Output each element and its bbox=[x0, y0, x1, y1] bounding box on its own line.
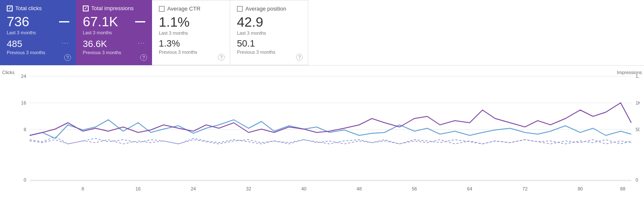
total-clicks-line bbox=[59, 21, 69, 22]
svg-text:16: 16 bbox=[21, 100, 26, 105]
avg-position-period: Last 3 months bbox=[237, 30, 301, 36]
svg-text:1K: 1K bbox=[636, 100, 640, 105]
avg-position-help-icon[interactable]: ? bbox=[296, 54, 303, 61]
total-impressions-period: Last 3 months bbox=[83, 30, 145, 35]
impressions-previous-line bbox=[30, 140, 631, 144]
total-clicks-checkbox[interactable]: ✓ bbox=[7, 6, 13, 11]
avg-position-label: Average position bbox=[245, 6, 286, 12]
avg-ctr-value-row: 1.1% bbox=[159, 14, 223, 30]
total-clicks-prev-period: Previous 3 months bbox=[7, 50, 69, 55]
avg-position-value: 42.9 bbox=[237, 14, 263, 30]
avg-ctr-header: Average CTR bbox=[159, 6, 223, 12]
chart-svg: 24 16 8 0 1.5K 1K 500 0 8 16 24 32 40 48… bbox=[17, 70, 640, 201]
avg-ctr-value: 1.1% bbox=[159, 14, 190, 30]
svg-text:80: 80 bbox=[578, 186, 583, 191]
total-impressions-checkbox[interactable]: ✓ bbox=[83, 6, 89, 11]
avg-ctr-help-icon[interactable]: ? bbox=[218, 54, 225, 61]
chart-y-label-left: Clicks bbox=[2, 70, 14, 75]
total-clicks-dots: ··· bbox=[62, 39, 69, 46]
avg-ctr-checkbox[interactable] bbox=[159, 6, 165, 12]
total-impressions-prev-period: Previous 3 months bbox=[83, 50, 145, 55]
avg-position-prev-value: 50.1 bbox=[237, 38, 301, 49]
total-clicks-header: ✓ Total clicks bbox=[7, 5, 69, 11]
svg-text:1.5K: 1.5K bbox=[636, 74, 640, 79]
chart-area: Clicks Impressions 24 16 8 0 1.5K 1K 500… bbox=[0, 66, 644, 215]
total-clicks-prev-value: 485 bbox=[7, 39, 22, 50]
svg-text:24: 24 bbox=[21, 74, 26, 79]
svg-text:48: 48 bbox=[356, 186, 361, 191]
total-impressions-value-row: 67.1K bbox=[83, 14, 145, 30]
total-impressions-value: 67.1K bbox=[83, 14, 118, 30]
total-impressions-prev-value: 36.6K bbox=[83, 39, 107, 50]
svg-text:0: 0 bbox=[24, 177, 26, 182]
total-clicks-prev-row: 485 ··· bbox=[7, 36, 69, 50]
total-impressions-prev-row: 36.6K ··· bbox=[83, 36, 145, 50]
total-impressions-line bbox=[135, 21, 145, 22]
avg-position-value-row: 42.9 bbox=[237, 14, 301, 30]
total-clicks-period: Last 3 months bbox=[7, 30, 69, 35]
total-impressions-card: ✓ Total impressions 67.1K Last 3 months … bbox=[76, 0, 152, 65]
avg-ctr-label: Average CTR bbox=[167, 6, 201, 12]
total-clicks-value: 736 bbox=[7, 14, 29, 30]
svg-text:500: 500 bbox=[636, 127, 640, 132]
total-clicks-value-row: 736 bbox=[7, 14, 69, 30]
svg-text:16: 16 bbox=[136, 186, 141, 191]
total-clicks-help-icon[interactable]: ? bbox=[64, 54, 71, 61]
svg-text:88: 88 bbox=[620, 186, 625, 191]
clicks-current-line bbox=[30, 120, 631, 138]
svg-text:24: 24 bbox=[191, 186, 196, 191]
avg-ctr-prev-value: 1.3% bbox=[159, 38, 223, 49]
avg-position-header: Average position bbox=[237, 6, 301, 12]
avg-ctr-prev-period: Previous 3 months bbox=[159, 50, 223, 55]
total-impressions-help-icon[interactable]: ? bbox=[140, 54, 147, 61]
svg-text:8: 8 bbox=[82, 186, 84, 191]
svg-text:8: 8 bbox=[24, 127, 26, 132]
total-impressions-header: ✓ Total impressions bbox=[83, 5, 145, 11]
svg-text:32: 32 bbox=[246, 186, 251, 191]
svg-text:0: 0 bbox=[636, 177, 638, 182]
svg-text:56: 56 bbox=[412, 186, 417, 191]
avg-position-prev-period: Previous 3 months bbox=[237, 50, 301, 55]
svg-text:72: 72 bbox=[522, 186, 527, 191]
total-impressions-dots: ··· bbox=[138, 39, 145, 46]
avg-ctr-period: Last 3 months bbox=[159, 30, 223, 36]
avg-ctr-card: Average CTR 1.1% Last 3 months 1.3% Prev… bbox=[152, 0, 230, 65]
total-impressions-label: Total impressions bbox=[91, 5, 133, 11]
impressions-current-line bbox=[30, 103, 631, 135]
chart-container: 24 16 8 0 1.5K 1K 500 0 8 16 24 32 40 48… bbox=[17, 70, 640, 201]
svg-text:40: 40 bbox=[301, 186, 306, 191]
avg-position-checkbox[interactable] bbox=[237, 6, 243, 12]
avg-position-card: Average position 42.9 Last 3 months 50.1… bbox=[230, 0, 308, 65]
total-clicks-label: Total clicks bbox=[15, 5, 42, 11]
total-clicks-card: ✓ Total clicks 736 Last 3 months 485 ···… bbox=[0, 0, 76, 65]
svg-text:64: 64 bbox=[467, 186, 472, 191]
